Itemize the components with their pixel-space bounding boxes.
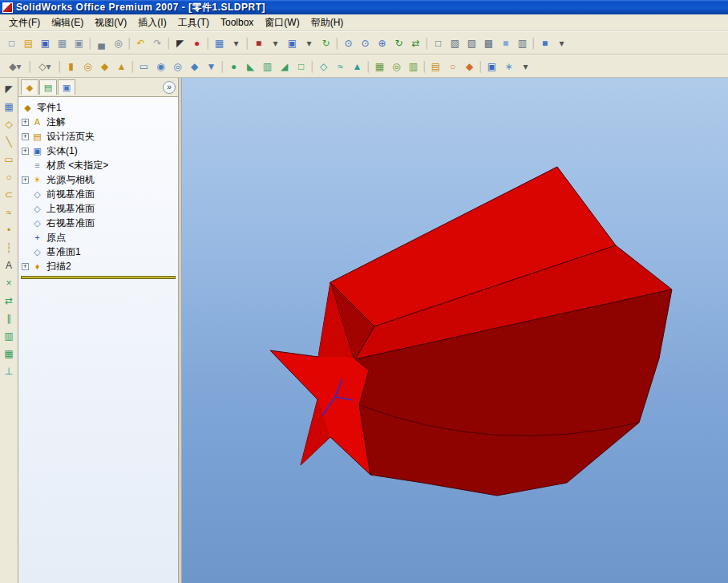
circle-tool-button[interactable]: ○ — [1, 168, 18, 185]
tree-item-annotations[interactable]: + A 注解 — [22, 115, 176, 129]
swept-cut-button[interactable]: ◆ — [186, 58, 203, 75]
save-button[interactable]: ▣ — [37, 34, 54, 51]
tree-item-design-binder[interactable]: + ▤ 设计活页夹 — [22, 129, 176, 144]
revolved-cut-button[interactable]: ◎ — [169, 58, 186, 75]
tree-item-part[interactable]: ◆ 零件1 — [22, 100, 176, 115]
wireframe-button[interactable]: □ — [430, 34, 447, 51]
view-settings-button[interactable]: ■ — [536, 34, 553, 51]
standard-views-dropdown[interactable]: ▾ — [301, 34, 317, 51]
expand-toggle[interactable]: + — [22, 263, 29, 270]
rollback-bar[interactable] — [21, 276, 176, 279]
tree-item-sweep2[interactable]: + ♦ 扫描2 — [22, 259, 176, 273]
shell-button[interactable]: □ — [293, 58, 309, 75]
menu-window[interactable]: 窗口(W) — [259, 14, 305, 31]
smart-dimension-button[interactable]: ◇ — [1, 115, 18, 132]
draft-button[interactable]: ◢ — [276, 58, 293, 75]
sketch-button[interactable]: ▦ — [211, 34, 228, 51]
featuremanager-tab[interactable]: ◆ — [21, 79, 38, 95]
mirror-entities-button[interactable]: ▥ — [1, 327, 18, 344]
chamfer-button[interactable]: ◣ — [242, 58, 259, 75]
point-tool-button[interactable]: • — [1, 221, 18, 238]
fillet-button[interactable]: ● — [225, 58, 242, 75]
selection-filter-toggle[interactable]: ● — [188, 34, 205, 51]
hole-wizard-button[interactable]: ◉ — [152, 58, 169, 75]
expand-toggle[interactable]: + — [22, 148, 29, 155]
rebuild-button[interactable]: ↻ — [317, 34, 334, 51]
model-canvas[interactable] — [182, 78, 728, 583]
spline-tool-button[interactable]: ≈ — [1, 204, 18, 221]
select-arrow-button[interactable]: ◤ — [172, 34, 188, 51]
menu-insert[interactable]: 插入(I) — [132, 14, 172, 31]
tree-item-right-plane[interactable]: ◇ 右视基准面 — [22, 216, 176, 230]
zoom-to-fit-button[interactable]: ⊙ — [340, 34, 357, 51]
lofted-boss-button[interactable]: ▲ — [113, 58, 130, 75]
dimension-style-combo[interactable]: ◇▾ — [33, 58, 57, 75]
centerline-tool-button[interactable]: ┆ — [1, 239, 18, 256]
reference-geometry-button[interactable]: ◇ — [315, 58, 332, 75]
propertymanager-tab[interactable]: ▤ — [39, 79, 57, 95]
rectangle-tool-button[interactable]: ▭ — [1, 151, 18, 168]
expand-toggle[interactable]: + — [22, 176, 29, 184]
configurationmanager-tab[interactable]: ▣ — [58, 79, 75, 95]
extruded-boss-button[interactable]: ▮ — [63, 58, 79, 75]
menu-toolbox[interactable]: Toolbox — [215, 15, 259, 30]
menu-help[interactable]: 帮助(H) — [305, 14, 350, 31]
mirror-feature-button[interactable]: ▥ — [405, 58, 422, 75]
shaded-with-edges-button[interactable]: ▩ — [480, 34, 497, 51]
line-tool-button[interactable]: ╲ — [1, 133, 18, 150]
sketch-dropdown[interactable]: ▾ — [228, 34, 245, 51]
trim-entities-button[interactable]: × — [1, 274, 18, 291]
rotate-view-button[interactable]: ↻ — [390, 34, 407, 51]
lofted-cut-button[interactable]: ▼ — [203, 58, 220, 75]
hidden-lines-removed-button[interactable]: ▧ — [463, 34, 480, 51]
sketch-tool-button[interactable]: ▦ — [1, 98, 18, 115]
swept-boss-button[interactable]: ◆ — [96, 58, 113, 75]
zoom-in-out-button[interactable]: ⊕ — [374, 34, 390, 51]
menu-tools[interactable]: 工具(T) — [172, 14, 215, 31]
redo-button[interactable]: ↷ — [149, 34, 166, 51]
print-preview-button[interactable]: ◎ — [110, 34, 127, 51]
model-star[interactable] — [270, 167, 672, 496]
collapse-panel-button[interactable]: » — [163, 81, 176, 94]
feature-palette-combo[interactable]: ◆▾ — [3, 58, 27, 75]
surfaces-button[interactable]: ○ — [444, 58, 461, 75]
hidden-lines-visible-button[interactable]: ▨ — [447, 34, 463, 51]
menu-edit[interactable]: 编辑(E) — [46, 14, 89, 31]
add-relations-button[interactable]: ⊥ — [1, 362, 18, 379]
tree-item-solid-bodies[interactable]: + ▣ 实体(1) — [22, 144, 176, 158]
tree-item-lights-cameras[interactable]: + ☀ 光源与相机 — [22, 172, 176, 187]
revolved-boss-button[interactable]: ◎ — [79, 58, 96, 75]
graphics-viewport[interactable] — [182, 78, 728, 583]
toolbox-browser-button[interactable]: ▣ — [483, 58, 500, 75]
display-dropdown[interactable]: ▾ — [553, 34, 570, 51]
new-document-button[interactable]: □ — [3, 34, 20, 51]
zoom-to-area-button[interactable]: ⊙ — [357, 34, 374, 51]
open-document-button[interactable]: ▤ — [20, 34, 37, 51]
sketch-pattern-button[interactable]: ▦ — [1, 345, 18, 362]
linear-pattern-button[interactable]: ▦ — [371, 58, 388, 75]
menu-file[interactable]: 文件(F) — [3, 14, 46, 31]
mold-tools-button[interactable]: ◆ — [461, 58, 478, 75]
menu-view[interactable]: 视图(V) — [89, 14, 132, 31]
extruded-cut-button[interactable]: ▭ — [135, 58, 152, 75]
standard-views-button[interactable]: ▣ — [284, 34, 301, 51]
section-view-button[interactable]: ▥ — [514, 34, 531, 51]
rib-button[interactable]: ▥ — [259, 58, 276, 75]
view-orientation-dropdown[interactable]: ▾ — [267, 34, 284, 51]
tree-item-front-plane[interactable]: ◇ 前视基准面 — [22, 187, 176, 201]
tree-item-origin[interactable]: + 原点 — [22, 230, 176, 245]
tree-item-top-plane[interactable]: ◇ 上视基准面 — [22, 201, 176, 216]
tree-item-plane1[interactable]: ◇ 基准面1 — [22, 245, 176, 259]
view-orientation-button[interactable]: ■ — [250, 34, 267, 51]
print-button[interactable]: ▄ — [93, 34, 110, 51]
select-tool-button[interactable]: ◤ — [1, 80, 18, 97]
offset-entities-button[interactable]: ∥ — [1, 310, 18, 326]
sheet-metal-button[interactable]: ▤ — [427, 58, 444, 75]
convert-entities-button[interactable]: ⇄ — [1, 292, 18, 309]
tree-item-material[interactable]: ≡ 材质 <未指定> — [22, 158, 176, 172]
curves-button[interactable]: ≈ — [332, 58, 349, 75]
snap-options-button[interactable]: ∗ — [500, 58, 517, 75]
make-assembly-button[interactable]: ▣ — [71, 34, 87, 51]
shaded-button[interactable]: ■ — [497, 34, 514, 51]
arc-tool-button[interactable]: ⊂ — [1, 186, 18, 203]
